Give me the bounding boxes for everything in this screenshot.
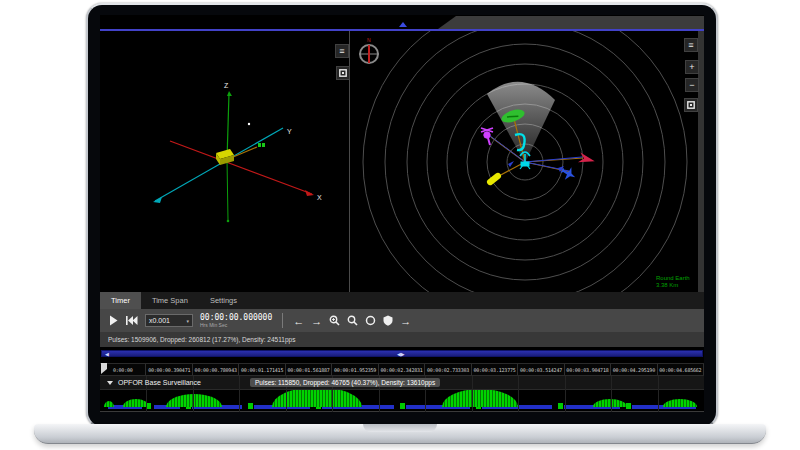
pulse-blip (248, 403, 253, 409)
density-hump (663, 399, 697, 407)
minus-icon: − (689, 81, 694, 90)
left-view-fullscreen-button[interactable] (336, 66, 350, 80)
tab-settings[interactable]: Settings (199, 292, 248, 309)
entity-red-fighter-icon[interactable] (578, 152, 596, 166)
ruler-timestamp: 00:00:03.514247 (518, 364, 564, 375)
tab-timer[interactable]: Timer (100, 292, 141, 309)
fullscreen-icon (339, 69, 347, 77)
screen-top-strip (100, 15, 704, 29)
x-axis-label: X (317, 194, 322, 201)
shield-icon (383, 315, 393, 326)
hamburger-icon: ≡ (688, 41, 693, 50)
timeline-scroll-area: ◀ ◀▶ (100, 348, 704, 359)
ruler-timestamp: 00:00:03.123775 (472, 364, 518, 375)
step-back-button[interactable]: ← (293, 315, 304, 327)
go-to-end-button[interactable]: → (400, 315, 411, 327)
ruler-timestamp: 00:00:01.561887 (286, 364, 332, 375)
chevron-down-icon: ▾ (186, 318, 189, 324)
filter-button[interactable] (383, 315, 393, 326)
density-hump (442, 390, 518, 407)
sim-time-value: 00:00:00.000000 (200, 314, 272, 322)
ruler-timestamp: 00:00:02.733303 (425, 364, 471, 375)
x-axis: X (170, 141, 322, 201)
skip-to-start-button[interactable] (125, 315, 138, 326)
timer-panel: Timer Time Span Settings x0.001 ▾ (100, 292, 704, 347)
y-axis: Y (153, 128, 292, 203)
playback-speed-value: x0.001 (149, 317, 170, 324)
ruler-timestamp: 00:00:01.171415 (239, 364, 285, 375)
magnifier-icon (347, 315, 358, 326)
sim-time-units: Hrs Min Sec (200, 323, 227, 328)
arrow-right-icon: → (311, 315, 322, 327)
hamburger-icon: ≡ (339, 47, 344, 56)
track-stats-badge: Pulses: 115850, Dropped: 46765 (40.37%),… (250, 378, 440, 387)
playback-speed-select[interactable]: x0.001 ▾ (145, 314, 193, 327)
scroll-left-icon[interactable]: ◀ (105, 351, 109, 358)
timeline-scrollbar[interactable]: ◀ ◀▶ (101, 350, 703, 357)
density-hump (166, 394, 222, 407)
scale-label: 3.38 Km (656, 282, 690, 289)
play-button[interactable] (109, 315, 118, 326)
ruler-timestamp: 00:00:02.342831 (379, 364, 425, 375)
radar-zoom-out-button[interactable]: − (685, 78, 699, 92)
pulse-status-text: Pulses: 1509906, Dropped: 260812 (17.27%… (108, 336, 295, 343)
svg-text:N: N (367, 37, 371, 43)
scroll-handle-icon[interactable]: ◀▶ (397, 351, 405, 358)
sim-time-display: 00:00:00.000000 Hrs Min Sec (200, 314, 272, 328)
radar-zoom-in-button[interactable]: + (685, 60, 699, 74)
star-point (248, 123, 250, 125)
radar-canvas: N (350, 31, 704, 292)
radar-fullscreen-button[interactable] (684, 98, 698, 112)
viewport-area: X Y Z (100, 31, 704, 292)
fullscreen-icon (687, 101, 695, 109)
ruler-timestamp: 00:00:04.685662 (658, 364, 704, 375)
timer-tab-bar: Timer Time Span Settings (100, 292, 704, 310)
skip-to-start-icon (125, 315, 138, 326)
density-hump (272, 390, 362, 407)
radar-menu-button[interactable]: ≡ (684, 38, 698, 52)
circle-icon (365, 315, 376, 326)
left-view-menu-button[interactable]: ≡ (335, 44, 349, 58)
earth-model-label: Round Earth (656, 275, 690, 282)
ruler-timestamp: 00:00:03.904718 (565, 364, 611, 375)
entity-surveillance-radar-icon[interactable] (520, 152, 530, 169)
arrow-left-icon: ← (293, 315, 304, 327)
z-axis-label: Z (224, 82, 229, 89)
laptop-screen: X Y Z (100, 15, 704, 412)
y-axis-label: Y (287, 128, 292, 135)
pulse-blip (400, 403, 405, 409)
pulse-status-bar: Pulses: 1509906, Dropped: 260812 (17.27%… (100, 332, 704, 347)
density-hump (593, 399, 627, 407)
tab-time-span[interactable]: Time Span (141, 292, 199, 309)
view-radar-scope[interactable]: N Round Earth 3.38 Km ≡ + (350, 31, 704, 292)
zoom-out-time-button[interactable] (347, 315, 358, 326)
zoom-in-time-button[interactable] (329, 315, 340, 326)
toolbar-separator (282, 313, 283, 328)
scope-info-text: Round Earth 3.38 Km (656, 275, 690, 289)
laptop-base (34, 424, 766, 444)
arrow-right-icon: → (400, 315, 411, 327)
titlebar-fragment (438, 16, 704, 29)
ruler-timestamp: 00:00:00.390471 (146, 364, 192, 375)
view-3d-scene[interactable]: X Y Z (100, 31, 350, 292)
velocity-marker (508, 161, 514, 167)
ruler-timestamp: 00:00:01.952359 (332, 364, 378, 375)
compass-icon[interactable]: N (359, 37, 379, 63)
ruler-timestamp: 00:00:00.780943 (193, 364, 239, 375)
zoom-in-icon (329, 315, 340, 326)
pulse-blip (558, 403, 563, 409)
track-row[interactable]: OPFOR Base Surveillance Pulses: 115850, … (100, 376, 704, 390)
play-icon (109, 315, 118, 326)
density-hump (123, 399, 149, 407)
top-marker-icon (399, 22, 407, 27)
laptop-bezel: X Y Z (86, 3, 718, 428)
platform-model[interactable] (216, 149, 234, 165)
3d-axes-canvas: X Y Z (100, 31, 349, 292)
reset-view-button[interactable] (365, 315, 376, 326)
density-hump (104, 401, 114, 407)
timeline-ruler[interactable]: 0:00:0000:00:00.39047100:00:00.78094300:… (100, 363, 704, 376)
playback-toolbar: x0.001 ▾ 00:00:00.000000 Hrs Min Sec ← → (100, 309, 704, 332)
step-forward-button[interactable]: → (311, 315, 322, 327)
pulse-density-waveform (100, 390, 704, 412)
collapse-chevron-icon[interactable] (107, 381, 113, 385)
